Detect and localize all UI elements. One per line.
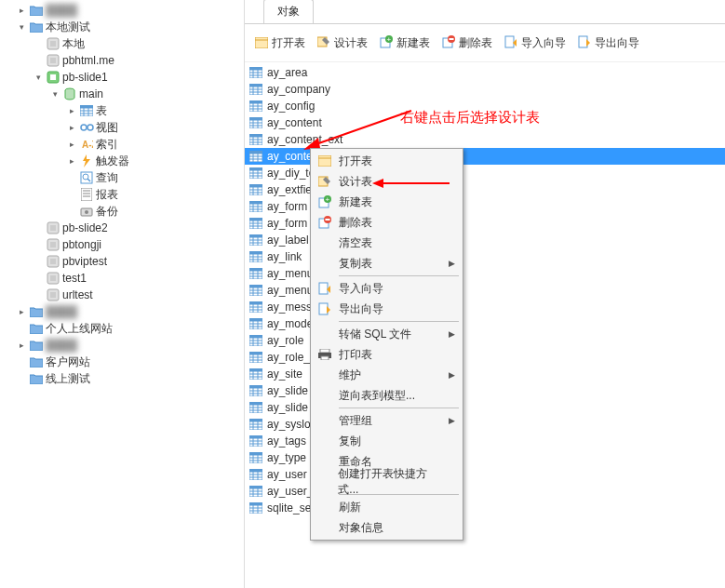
context-menu-item[interactable]: 清空表 bbox=[313, 233, 461, 253]
expander-icon[interactable] bbox=[67, 207, 77, 217]
delete-table-label: 删除表 bbox=[459, 35, 492, 51]
expander-icon[interactable] bbox=[34, 257, 44, 267]
import-wizard-button[interactable]: 导入向导 bbox=[500, 32, 570, 54]
expander-icon[interactable]: ▾ bbox=[50, 89, 60, 100]
expander-icon[interactable] bbox=[34, 290, 44, 301]
expander-icon[interactable]: ▸ bbox=[67, 140, 77, 150]
expander-icon[interactable] bbox=[34, 39, 44, 49]
svg-rect-33 bbox=[50, 275, 56, 281]
table-icon bbox=[79, 103, 94, 118]
expander-icon[interactable]: ▸ bbox=[67, 123, 77, 133]
tree-item[interactable]: ▾本地测试 bbox=[4, 19, 244, 35]
tree-item[interactable]: pbviptest bbox=[4, 253, 244, 270]
expander-icon[interactable] bbox=[67, 190, 77, 200]
context-menu-item[interactable]: 管理组▶ bbox=[313, 410, 461, 431]
tree-item[interactable]: ▸████ bbox=[4, 337, 244, 354]
svg-rect-36 bbox=[255, 37, 268, 48]
table-list-item[interactable]: ay_area bbox=[245, 64, 725, 81]
design-table-button[interactable]: 设计表 bbox=[313, 32, 371, 54]
tab-objects[interactable]: 对象 bbox=[263, 0, 314, 23]
expander-icon[interactable] bbox=[34, 223, 44, 234]
svg-rect-46 bbox=[579, 36, 587, 47]
context-menu-item[interactable]: 复制 bbox=[313, 431, 461, 451]
new-icon: + bbox=[316, 194, 333, 209]
expander-icon[interactable] bbox=[34, 56, 44, 66]
import-icon bbox=[316, 281, 333, 296]
table-name-label: sqlite_se bbox=[267, 501, 311, 514]
svg-rect-45 bbox=[505, 36, 514, 47]
tree-item[interactable]: ▸视图 bbox=[4, 119, 244, 136]
expander-icon[interactable]: ▸ bbox=[17, 307, 27, 317]
tree-item[interactable]: 备份 bbox=[4, 203, 244, 220]
conn-on-icon bbox=[46, 70, 60, 85]
expander-icon[interactable] bbox=[17, 374, 27, 384]
tree-item[interactable]: pbhtml.me bbox=[4, 52, 244, 69]
export-wizard-button[interactable]: 导出向导 bbox=[573, 32, 643, 54]
tree-item[interactable]: 报表 bbox=[4, 186, 244, 203]
expander-icon[interactable]: ▾ bbox=[34, 73, 44, 83]
table-icon bbox=[248, 501, 263, 515]
table-icon bbox=[248, 316, 263, 331]
tree-item[interactable]: 个人上线网站 bbox=[4, 320, 244, 337]
tree-item[interactable]: urltest bbox=[4, 287, 244, 303]
tree-item-label: main bbox=[79, 87, 103, 100]
tree-item[interactable]: 本地 bbox=[4, 35, 244, 52]
tree-item[interactable]: ▸████ bbox=[4, 303, 244, 320]
context-menu-item[interactable]: +新建表 bbox=[313, 192, 461, 212]
tree-item[interactable]: ▸表 bbox=[4, 102, 244, 119]
tree-item[interactable]: ▸████ bbox=[4, 2, 244, 19]
tree-item[interactable]: pbtongji bbox=[4, 236, 244, 253]
expander-icon[interactable]: ▾ bbox=[17, 22, 27, 33]
context-menu-item[interactable]: 转储 SQL 文件▶ bbox=[313, 324, 461, 344]
expander-icon[interactable] bbox=[34, 240, 44, 250]
context-menu-item[interactable]: 导入向导 bbox=[313, 278, 461, 299]
menu-separator bbox=[339, 321, 459, 322]
svg-rect-44 bbox=[450, 38, 454, 40]
tree-item[interactable]: pb-slide2 bbox=[4, 220, 244, 236]
table-list-item[interactable]: ay_company bbox=[245, 81, 725, 98]
expander-icon[interactable] bbox=[34, 274, 44, 284]
tree-item[interactable]: ▸A-Z索引 bbox=[4, 136, 244, 153]
context-menu-item[interactable]: 导出向导 bbox=[313, 299, 461, 319]
context-menu-item[interactable]: 维护▶ bbox=[313, 365, 461, 385]
new-table-button[interactable]: +新建表 bbox=[375, 32, 434, 54]
tree-item-label: pbviptest bbox=[62, 255, 107, 268]
expander-icon[interactable] bbox=[17, 357, 27, 368]
tree-item[interactable]: 线上测试 bbox=[4, 370, 244, 387]
tree-item[interactable]: 查询 bbox=[4, 169, 244, 186]
tree-item[interactable]: ▾main bbox=[4, 86, 244, 102]
tree-item[interactable]: 客户网站 bbox=[4, 354, 244, 370]
context-menu-item[interactable]: 打印表 bbox=[313, 344, 461, 365]
submenu-arrow-icon: ▶ bbox=[449, 329, 455, 339]
context-menu-item[interactable]: 复制表▶ bbox=[313, 253, 461, 274]
view-icon bbox=[79, 120, 94, 135]
tree-item[interactable]: ▸触发器 bbox=[4, 153, 244, 169]
expander-icon[interactable] bbox=[17, 324, 27, 334]
svg-rect-235 bbox=[249, 502, 262, 505]
context-menu-item[interactable]: 对象信息 bbox=[313, 517, 461, 538]
delete-table-button[interactable]: 删除表 bbox=[437, 32, 496, 54]
query-icon bbox=[79, 170, 94, 185]
expander-icon[interactable]: ▸ bbox=[17, 341, 27, 351]
context-menu-item[interactable]: 逆向表到模型... bbox=[313, 385, 461, 406]
open-table-button[interactable]: 打开表 bbox=[250, 33, 309, 54]
table-name-label: ay_extfie bbox=[267, 183, 312, 196]
expander-icon[interactable]: ▸ bbox=[67, 106, 77, 116]
context-menu-item[interactable]: 创建打开表快捷方式... bbox=[313, 472, 461, 492]
context-menu-item[interactable]: 删除表 bbox=[313, 212, 461, 233]
expander-icon[interactable]: ▸ bbox=[17, 6, 27, 16]
table-icon bbox=[248, 434, 263, 448]
svg-rect-88 bbox=[249, 151, 262, 154]
context-menu-item[interactable]: 打开表 bbox=[313, 151, 461, 171]
tree-item-label: 备份 bbox=[96, 204, 118, 220]
folder-icon bbox=[29, 321, 44, 336]
context-menu-item[interactable]: 刷新 bbox=[313, 497, 461, 517]
tree-item[interactable]: test1 bbox=[4, 270, 244, 287]
expander-icon[interactable] bbox=[67, 173, 77, 183]
expander-icon[interactable]: ▸ bbox=[67, 156, 77, 167]
table-icon bbox=[248, 149, 263, 164]
print-icon bbox=[316, 347, 333, 362]
context-menu-item-label: 导入向导 bbox=[339, 281, 383, 297]
tree-item[interactable]: ▾pb-slide1 bbox=[4, 69, 244, 86]
arrow-to-design-icon bbox=[370, 177, 454, 190]
